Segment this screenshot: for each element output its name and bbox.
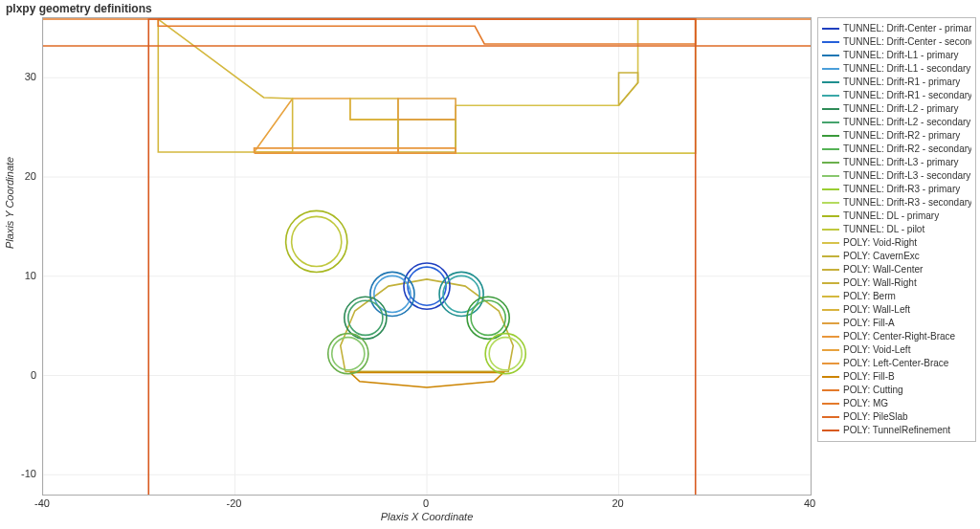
legend-swatch [822, 121, 839, 123]
legend-item: TUNNEL: Drift-R2 - secondary [822, 143, 971, 156]
legend-swatch [822, 81, 839, 83]
legend-item: POLY: PileSlab [822, 410, 971, 424]
x-tick: -40 [34, 497, 50, 509]
legend-item: TUNNEL: Drift-L1 - secondary [822, 62, 971, 76]
legend-label: POLY: MG [843, 397, 888, 410]
y-tick: -10 [2, 468, 36, 479]
plot-area [42, 17, 812, 496]
legend-item: POLY: Center-Right-Brace [822, 330, 971, 343]
legend-item: TUNNEL: Drift-R3 - secondary [822, 196, 971, 209]
y-tick: 20 [2, 170, 36, 182]
legend-swatch [822, 389, 839, 391]
svg-point-25 [292, 216, 342, 266]
legend-label: POLY: PileSlab [843, 410, 908, 424]
legend-swatch [822, 309, 839, 311]
legend-swatch [822, 255, 839, 257]
legend-item: POLY: Wall-Right [822, 276, 971, 290]
legend-label: POLY: Wall-Left [843, 303, 910, 317]
legend-swatch [822, 55, 839, 56]
svg-point-20 [328, 334, 368, 374]
legend-swatch [822, 430, 839, 431]
y-tick: 0 [2, 369, 36, 381]
legend-label: TUNNEL: Drift-L1 - secondary [843, 62, 970, 76]
legend-swatch [822, 296, 839, 298]
legend-label: TUNNEL: Drift-R1 - secondary [843, 89, 971, 102]
y-axis-ticks: -100102030 [0, 17, 38, 496]
legend-swatch [822, 108, 839, 110]
svg-point-22 [485, 334, 525, 374]
legend-label: TUNNEL: Drift-L1 - primary [843, 49, 959, 62]
legend-swatch [822, 188, 839, 190]
legend-label: POLY: Berm [843, 290, 896, 303]
legend-swatch [822, 336, 839, 338]
legend-swatch [822, 376, 839, 378]
legend-label: TUNNEL: DL - pilot [843, 223, 924, 236]
legend-swatch [822, 269, 839, 271]
legend-item: POLY: Void-Right [822, 236, 971, 250]
legend-swatch [822, 95, 839, 97]
legend-label: TUNNEL: Drift-R2 - secondary [843, 143, 971, 156]
legend-label: TUNNEL: Drift-L2 - secondary [843, 116, 970, 129]
legend-label: POLY: Void-Right [843, 236, 917, 250]
legend-item: POLY: TunnelRefinement [822, 424, 971, 437]
legend-swatch [822, 349, 839, 351]
legend-label: TUNNEL: Drift-L3 - primary [843, 156, 959, 169]
legend-label: POLY: CavernExc [843, 250, 920, 263]
legend-swatch [822, 363, 839, 364]
legend-swatch [822, 135, 839, 137]
svg-point-24 [286, 210, 347, 272]
y-tick: 30 [2, 71, 36, 82]
legend-item: POLY: Wall-Left [822, 303, 971, 317]
legend-item: TUNNEL: Drift-L2 - primary [822, 102, 971, 116]
legend-label: TUNNEL: Drift-Center - primary [843, 22, 971, 35]
legend-label: POLY: Fill-A [843, 317, 895, 330]
y-tick: 10 [2, 270, 36, 281]
legend-swatch [822, 148, 839, 150]
legend-swatch [822, 202, 839, 204]
legend-swatch [822, 229, 839, 231]
legend-item: TUNNEL: Drift-R2 - primary [822, 129, 971, 143]
x-tick: 0 [423, 497, 429, 509]
legend-label: TUNNEL: Drift-R1 - primary [843, 76, 960, 89]
legend-label: TUNNEL: Drift-R3 - secondary [843, 196, 971, 209]
svg-point-19 [471, 300, 505, 335]
legend-swatch [822, 322, 839, 324]
legend-item: TUNNEL: DL - pilot [822, 223, 971, 236]
legend-item: POLY: CavernExc [822, 250, 971, 263]
legend: TUNNEL: Drift-Center - primaryTUNNEL: Dr… [817, 17, 976, 442]
chart-title: plxpy geometry definitions [6, 2, 152, 15]
legend-item: TUNNEL: Drift-L2 - secondary [822, 116, 971, 129]
legend-item: POLY: Void-Left [822, 343, 971, 357]
legend-item: POLY: Cutting [822, 384, 971, 397]
legend-swatch [822, 162, 839, 164]
legend-item: POLY: MG [822, 397, 971, 410]
x-axis-label: Plaxis X Coordinate [42, 511, 812, 522]
legend-label: POLY: Center-Right-Brace [843, 330, 955, 343]
legend-label: TUNNEL: Drift-L3 - secondary [843, 169, 970, 183]
legend-item: TUNNEL: Drift-Center - primary [822, 22, 971, 35]
legend-item: TUNNEL: Drift-Center - secondary [822, 35, 971, 49]
legend-label: TUNNEL: DL - primary [843, 209, 939, 223]
legend-swatch [822, 41, 839, 43]
legend-label: TUNNEL: Drift-Center - secondary [843, 35, 971, 49]
legend-item: POLY: Fill-B [822, 370, 971, 384]
legend-label: POLY: TunnelRefinement [843, 424, 950, 437]
legend-item: TUNNEL: Drift-L3 - secondary [822, 169, 971, 183]
legend-item: TUNNEL: Drift-L1 - primary [822, 49, 971, 62]
legend-label: POLY: Void-Left [843, 343, 910, 357]
legend-swatch [822, 28, 839, 30]
legend-swatch [822, 242, 839, 244]
legend-swatch [822, 68, 839, 70]
svg-point-21 [332, 338, 365, 370]
legend-label: TUNNEL: Drift-R2 - primary [843, 129, 960, 143]
legend-label: POLY: Wall-Right [843, 276, 917, 290]
legend-swatch [822, 416, 839, 418]
legend-label: POLY: Cutting [843, 384, 903, 397]
legend-item: TUNNEL: Drift-R1 - secondary [822, 89, 971, 102]
legend-item: TUNNEL: Drift-L3 - primary [822, 156, 971, 169]
legend-swatch [822, 403, 839, 405]
legend-item: TUNNEL: Drift-R1 - primary [822, 76, 971, 89]
x-tick: -20 [227, 497, 242, 509]
legend-item: TUNNEL: Drift-R3 - primary [822, 183, 971, 196]
legend-label: POLY: Left-Center-Brace [843, 357, 948, 370]
